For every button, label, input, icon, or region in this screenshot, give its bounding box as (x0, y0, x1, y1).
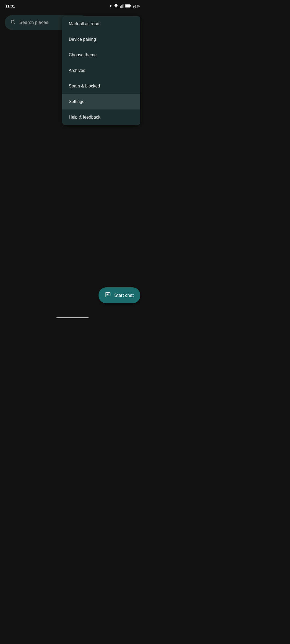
svg-rect-6 (130, 5, 131, 6)
menu-item-archived[interactable]: Archived (62, 63, 140, 78)
chat-icon (105, 292, 111, 299)
home-indicator (56, 317, 89, 318)
dropdown-menu: Mark all as read Device pairing Choose t… (62, 16, 140, 125)
battery-percentage: 91% (133, 4, 140, 8)
status-time: 11:31 (5, 4, 15, 8)
battery-icon (125, 4, 131, 9)
svg-point-0 (116, 7, 117, 8)
status-icons: ✗ 91% (109, 4, 140, 9)
svg-rect-4 (123, 4, 124, 8)
status-bar: 11:31 ✗ (0, 0, 145, 11)
svg-rect-8 (107, 294, 110, 294)
svg-rect-3 (122, 4, 123, 8)
menu-item-settings[interactable]: Settings (62, 94, 140, 109)
menu-item-choose-theme[interactable]: Choose theme (62, 47, 140, 63)
wifi-icon (114, 4, 118, 9)
menu-item-spam-blocked[interactable]: Spam & blocked (62, 78, 140, 94)
bluetooth-icon: ✗ (109, 4, 112, 8)
svg-rect-1 (120, 6, 121, 8)
svg-rect-2 (121, 5, 122, 8)
signal-icon (120, 4, 124, 9)
search-placeholder: Search places (19, 20, 48, 25)
search-icon (10, 19, 16, 26)
menu-item-device-pairing[interactable]: Device pairing (62, 32, 140, 47)
svg-rect-7 (125, 5, 130, 7)
start-chat-label: Start chat (114, 293, 134, 298)
menu-item-help-feedback[interactable]: Help & feedback (62, 109, 140, 125)
start-chat-button[interactable]: Start chat (99, 287, 140, 303)
menu-item-mark-all-read[interactable]: Mark all as read (62, 16, 140, 32)
svg-rect-9 (107, 294, 108, 295)
